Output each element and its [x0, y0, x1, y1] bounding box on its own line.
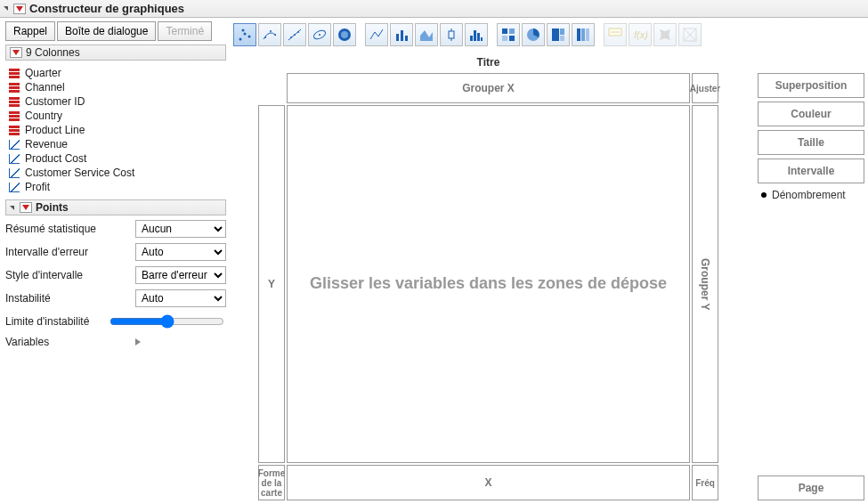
chart-type-map[interactable] — [653, 23, 677, 46]
continuous-icon — [9, 183, 20, 192]
dialog-button[interactable]: Boîte de dialogue — [57, 21, 156, 41]
size-zone[interactable]: Taille — [758, 130, 864, 155]
y-axis-zone[interactable]: Y — [258, 105, 285, 463]
column-item[interactable]: Product Cost — [5, 151, 226, 166]
continuous-icon — [9, 168, 20, 178]
x-axis-zone[interactable]: X — [287, 465, 690, 500]
menu-triangle-icon — [16, 6, 23, 12]
chart-type-area[interactable] — [415, 23, 438, 46]
interval-zone[interactable]: Intervalle — [758, 159, 864, 183]
chart-type-pie[interactable] — [522, 23, 545, 46]
map-shape-zone[interactable]: Forme de la carte — [258, 465, 285, 500]
disclosure-icon[interactable] — [4, 6, 8, 11]
column-label: Country — [25, 110, 62, 122]
color-zone[interactable]: Couleur — [758, 102, 864, 126]
sidebar: Rappel Boîte de dialogue Terminé 9 Colon… — [0, 18, 231, 504]
column-item[interactable]: Quarter — [5, 66, 226, 80]
svg-point-10 — [297, 31, 299, 33]
chart-type-treemap[interactable] — [547, 23, 570, 46]
chart-type-points-line-fit[interactable] — [283, 23, 306, 46]
column-item[interactable]: Revenue — [5, 137, 226, 151]
column-label: Customer Service Cost — [25, 167, 134, 179]
error-interval-select[interactable]: Auto — [135, 243, 226, 261]
chart-type-mosaic[interactable] — [572, 23, 595, 46]
jitter-label: Instabilité — [5, 292, 130, 305]
recall-button[interactable]: Rappel — [5, 21, 55, 41]
chart-type-formula[interactable]: f(x) — [629, 23, 652, 46]
summary-stat-select[interactable]: Aucun — [135, 220, 226, 238]
canvas-area: f(x) Titre Grouper X Ajuster Y Glisser l… — [231, 18, 868, 504]
svg-rect-23 — [477, 33, 480, 41]
count-label: Dénombrement — [772, 189, 846, 201]
svg-rect-17 — [405, 36, 408, 41]
group-y-zone[interactable]: Grouper Y — [692, 105, 718, 463]
group-x-zone[interactable]: Grouper X — [287, 73, 690, 103]
window-header: Constructeur de graphiques — [0, 0, 868, 18]
column-item[interactable]: Profit — [5, 180, 226, 194]
chart-type-funnel[interactable] — [678, 23, 702, 46]
points-menu[interactable] — [20, 202, 32, 213]
svg-text:f(x): f(x) — [634, 29, 648, 40]
column-label: Revenue — [25, 138, 68, 150]
disclosure-icon[interactable] — [10, 206, 14, 210]
column-label: Profit — [25, 181, 50, 193]
chart-type-boxplot[interactable] — [440, 23, 463, 46]
jitter-select[interactable]: Auto — [135, 289, 226, 307]
variables-label: Variables — [5, 336, 130, 348]
column-label: Quarter — [25, 67, 61, 79]
svg-rect-24 — [481, 37, 483, 41]
chart-type-histogram[interactable] — [465, 23, 488, 46]
chart-type-points[interactable] — [233, 23, 256, 46]
points-section-title: Points — [36, 201, 69, 214]
page-zone[interactable]: Page — [758, 476, 864, 500]
bullet-icon — [761, 192, 767, 198]
columns-list: QuarterChannelCustomer IDCountryProduct … — [5, 64, 226, 196]
column-label: Product Cost — [25, 152, 86, 165]
title-zone[interactable]: Titre — [287, 53, 690, 71]
count-item[interactable]: Dénombrement — [758, 187, 864, 203]
spacer — [720, 73, 756, 500]
chart-drop-layout: Titre Grouper X Ajuster Y Glisser les va… — [233, 53, 864, 500]
variables-expand-icon[interactable] — [135, 338, 141, 345]
column-item[interactable]: Product Line — [5, 123, 226, 137]
main-drop-zone[interactable]: Glisser les variables dans les zones de … — [287, 105, 690, 463]
interval-style-select[interactable]: Barre d'erreur — [135, 266, 226, 284]
svg-rect-33 — [577, 28, 580, 41]
svg-point-9 — [294, 34, 296, 36]
freq-zone[interactable]: Fréq — [692, 465, 718, 500]
column-item[interactable]: Customer ID — [5, 94, 226, 109]
svg-rect-31 — [560, 28, 564, 35]
chart-type-line[interactable] — [365, 23, 388, 46]
overlay-zone[interactable]: Superposition — [758, 73, 864, 98]
jitter-limit-label: Limite d'instabilité — [5, 315, 102, 328]
chart-type-heatmap[interactable] — [497, 23, 520, 46]
window-title: Constructeur de graphiques — [29, 2, 184, 15]
left-gutter — [233, 73, 256, 500]
svg-point-0 — [239, 38, 242, 41]
nominal-icon — [9, 97, 20, 107]
chart-type-parallel[interactable] — [604, 23, 627, 46]
summary-stat-label: Résumé statistique — [5, 223, 130, 235]
header-menu[interactable] — [13, 4, 26, 14]
jitter-limit-slider[interactable] — [110, 314, 224, 329]
columns-header[interactable]: 9 Colonnes — [5, 45, 226, 61]
nominal-icon — [9, 69, 20, 78]
column-item[interactable]: Channel — [5, 80, 226, 94]
svg-rect-22 — [474, 30, 476, 41]
fit-zone[interactable]: Ajuster — [692, 73, 718, 103]
svg-rect-21 — [470, 36, 473, 41]
svg-rect-28 — [509, 36, 515, 41]
chart-type-points-smooth[interactable] — [258, 23, 281, 46]
svg-rect-34 — [581, 28, 585, 41]
svg-point-5 — [270, 30, 272, 32]
column-item[interactable]: Customer Service Cost — [5, 166, 226, 180]
column-item[interactable]: Country — [5, 109, 226, 123]
column-label: Channel — [25, 81, 65, 93]
svg-rect-25 — [502, 28, 507, 34]
chart-type-bar[interactable] — [390, 23, 413, 46]
chart-type-contour[interactable] — [333, 23, 356, 46]
svg-rect-35 — [586, 28, 589, 41]
columns-menu[interactable] — [10, 47, 22, 58]
points-section-header[interactable]: Points — [5, 199, 226, 215]
chart-type-ellipse[interactable] — [308, 23, 331, 46]
